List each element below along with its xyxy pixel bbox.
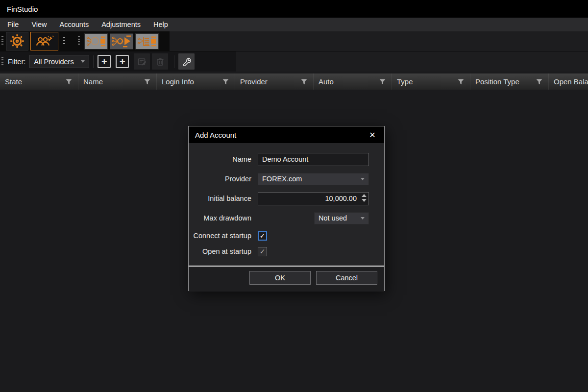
edit-note-icon: [137, 57, 147, 67]
toolbar-overflow-button[interactable]: [63, 37, 65, 45]
dialog-footer: OK Cancel: [189, 267, 384, 292]
edit-account-button: [134, 53, 150, 70]
balance-spinner[interactable]: [362, 194, 367, 202]
app-title: FinStudio: [7, 5, 38, 13]
autotrade-gear-start-icon: [111, 35, 132, 48]
gear-icon: [10, 34, 24, 49]
check-icon: ✓: [260, 247, 266, 255]
menu-bar: File View Accounts Adjustments Help: [0, 18, 588, 31]
orders-list-stop-icon: [137, 35, 157, 48]
menu-file[interactable]: File: [1, 18, 25, 31]
account-settings-button[interactable]: [178, 53, 195, 70]
connect-at-startup-checkbox[interactable]: ✓: [258, 231, 267, 241]
provider-field-row: Provider FOREX.com: [189, 169, 384, 189]
open-at-startup-label: Open at startup: [189, 247, 258, 255]
accounts-panel-button[interactable]: [30, 32, 58, 50]
settings-button[interactable]: [6, 32, 28, 50]
filter-funnel-icon[interactable]: [379, 79, 386, 85]
filter-strip: Filter: All Providers + +: [0, 51, 236, 72]
name-input[interactable]: [258, 153, 369, 166]
separator: [93, 55, 94, 68]
add-account-button[interactable]: +: [98, 55, 111, 68]
column-header-open-balance[interactable]: Open Balance: [549, 74, 588, 90]
add-simulated-account-button[interactable]: +: [116, 55, 129, 68]
window-titlebar: FinStudio: [0, 0, 588, 18]
chevron-down-icon: [361, 217, 365, 220]
check-icon: ✓: [260, 232, 266, 240]
column-header-auto[interactable]: Auto: [314, 74, 392, 90]
connect-at-startup-label: Connect at startup: [189, 232, 258, 240]
plus-icon: +: [101, 57, 107, 67]
column-header-type[interactable]: Type: [392, 74, 470, 90]
dialog-titlebar[interactable]: Add Account ✕: [189, 126, 384, 143]
menu-adjustments[interactable]: Adjustments: [95, 18, 147, 31]
accounts-table-header: State Name Login Info Provider Auto Type…: [0, 74, 588, 90]
toolbar-grip-handle[interactable]: [1, 36, 3, 46]
initial-balance-input[interactable]: [258, 192, 369, 205]
initial-balance-field-row: Initial balance: [189, 189, 384, 208]
filter-funnel-icon[interactable]: [458, 79, 464, 85]
filter-grip-handle[interactable]: [1, 57, 3, 67]
ok-button[interactable]: OK: [249, 271, 311, 285]
spinner-down-icon[interactable]: [362, 199, 367, 202]
separator: [174, 55, 174, 68]
toolbar-grip-handle-2[interactable]: [78, 36, 80, 46]
filter-funnel-icon[interactable]: [222, 79, 229, 85]
menu-accounts[interactable]: Accounts: [53, 18, 96, 31]
column-header-provider[interactable]: Provider: [235, 74, 314, 90]
filter-funnel-icon[interactable]: [144, 79, 150, 85]
filter-label: Filter:: [8, 58, 25, 66]
column-header-position-type[interactable]: Position Type: [470, 74, 549, 90]
dialog-title: Add Account: [195, 131, 236, 139]
provider-dropdown[interactable]: FOREX.com: [258, 173, 369, 185]
filter-funnel-icon[interactable]: [536, 79, 542, 85]
wrench-icon: [182, 57, 191, 66]
delete-account-button: [152, 53, 168, 70]
menu-view[interactable]: View: [25, 18, 53, 31]
chevron-down-icon: [361, 178, 365, 180]
dialog-body: Name Provider FOREX.com Initial balance: [189, 143, 384, 292]
initial-balance-label: Initial balance: [189, 195, 258, 202]
max-drawdown-field-row: Max drawdown Not used: [189, 208, 384, 228]
menu-help[interactable]: Help: [147, 18, 174, 31]
name-field-label: Name: [189, 155, 258, 163]
filter-toolbar: Filter: All Providers + +: [0, 51, 588, 72]
toolbar-strip: [0, 31, 170, 51]
add-account-dialog: Add Account ✕ Name Provider FOREX.com: [188, 126, 385, 291]
open-at-startup-row: Open at startup ✓: [189, 244, 384, 259]
main-toolbar: [0, 31, 588, 51]
plus-icon: +: [120, 57, 125, 67]
name-field-row: Name: [189, 149, 384, 169]
provider-value: FOREX.com: [262, 175, 302, 183]
chevron-down-icon: [81, 60, 85, 63]
column-header-state[interactable]: State: [0, 74, 78, 90]
connect-at-startup-row: Connect at startup ✓: [189, 228, 384, 244]
filter-funnel-icon[interactable]: [66, 79, 72, 85]
max-drawdown-dropdown[interactable]: Not used: [314, 212, 369, 224]
column-header-name[interactable]: Name: [78, 74, 157, 90]
close-icon[interactable]: ✕: [367, 130, 378, 140]
open-at-startup-checkbox[interactable]: ✓: [258, 247, 267, 256]
trash-icon: [155, 57, 165, 67]
connect-all-stop-icon: [86, 35, 106, 48]
connect-all-button[interactable]: [84, 33, 108, 49]
accounts-people-plug-icon: [35, 35, 54, 47]
provider-field-label: Provider: [189, 175, 258, 183]
filter-funnel-icon[interactable]: [301, 79, 307, 85]
max-drawdown-label: Max drawdown: [189, 214, 258, 222]
provider-filter-value: All Providers: [34, 58, 74, 66]
spinner-up-icon[interactable]: [362, 194, 367, 197]
orders-stop-button[interactable]: [135, 33, 159, 49]
auto-trading-start-button[interactable]: [110, 33, 133, 49]
max-drawdown-value: Not used: [318, 214, 347, 222]
provider-filter-dropdown[interactable]: All Providers: [29, 55, 89, 68]
column-header-login-info[interactable]: Login Info: [157, 74, 235, 90]
cancel-button[interactable]: Cancel: [316, 271, 377, 285]
